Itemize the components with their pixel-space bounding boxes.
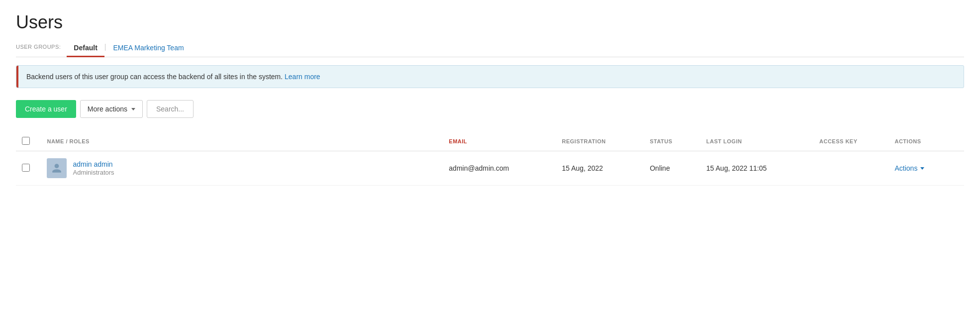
toolbar: Create a user More actions Search...	[16, 100, 964, 118]
tab-default[interactable]: Default	[67, 41, 104, 57]
learn-more-link[interactable]: Learn more	[285, 73, 320, 81]
user-name-cell: admin admin Administrators	[47, 158, 437, 178]
row-actions-cell: Actions	[888, 151, 964, 186]
col-header-access-key: ACCESS KEY	[813, 132, 888, 151]
row-status-cell: Online	[644, 151, 700, 186]
create-user-button[interactable]: Create a user	[16, 100, 76, 118]
user-status: Online	[650, 164, 670, 172]
user-avatar-icon	[51, 163, 62, 174]
more-actions-button[interactable]: More actions	[80, 100, 143, 118]
col-header-name: NAME / ROLES	[41, 132, 443, 151]
user-registration: 15 Aug, 2022	[562, 164, 603, 172]
select-all-checkbox[interactable]	[22, 137, 30, 145]
table-header-row: NAME / ROLES EMAIL REGISTRATION STATUS L…	[16, 132, 964, 151]
actions-button[interactable]: Actions	[894, 164, 924, 172]
row-checkbox[interactable]	[22, 164, 30, 172]
page-title: Users	[16, 12, 964, 33]
row-registration-cell: 15 Aug, 2022	[556, 151, 644, 186]
user-info: admin admin Administrators	[73, 160, 114, 176]
user-last-login: 15 Aug, 2022 11:05	[706, 164, 767, 172]
actions-label: Actions	[894, 164, 917, 172]
tab-emea[interactable]: EMEA Marketing Team	[106, 41, 191, 57]
col-header-actions: ACTIONS	[888, 132, 964, 151]
row-access-key-cell	[813, 151, 888, 186]
search-button[interactable]: Search...	[147, 100, 194, 118]
col-header-registration: REGISTRATION	[556, 132, 644, 151]
row-name-cell: admin admin Administrators	[41, 151, 443, 186]
user-groups-row: USER GROUPS: Default | EMEA Marketing Te…	[16, 41, 964, 57]
row-email-cell: admin@admin.com	[443, 151, 556, 186]
col-header-email: EMAIL	[443, 132, 556, 151]
user-groups-label: USER GROUPS:	[16, 44, 61, 54]
info-banner-text: Backend users of this user group can acc…	[26, 73, 283, 81]
chevron-down-icon	[131, 108, 135, 110]
user-role: Administrators	[73, 169, 114, 176]
col-header-last-login: LAST LOGIN	[700, 132, 813, 151]
table-row: admin admin Administrators admin@admin.c…	[16, 151, 964, 186]
user-name-link[interactable]: admin admin	[73, 160, 114, 168]
more-actions-label: More actions	[88, 105, 127, 113]
row-checkbox-cell	[16, 151, 41, 186]
users-table: NAME / ROLES EMAIL REGISTRATION STATUS L…	[16, 132, 964, 186]
row-last-login-cell: 15 Aug, 2022 11:05	[700, 151, 813, 186]
avatar	[47, 158, 67, 178]
actions-chevron-down-icon	[920, 167, 924, 170]
col-header-status: STATUS	[644, 132, 700, 151]
col-header-checkbox	[16, 132, 41, 151]
info-banner: Backend users of this user group can acc…	[16, 65, 964, 88]
user-email: admin@admin.com	[449, 164, 509, 172]
